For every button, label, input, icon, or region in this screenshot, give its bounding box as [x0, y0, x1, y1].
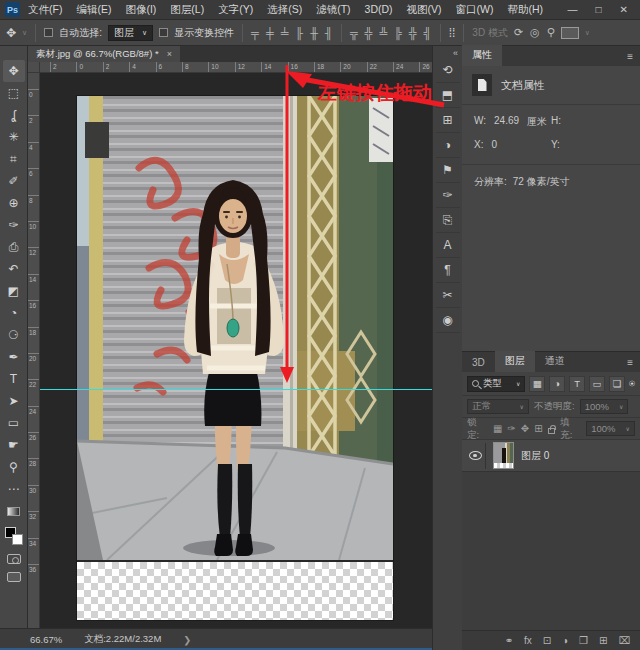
distribute-right-edges-icon[interactable]: ╣ [424, 27, 432, 39]
swatches-icon[interactable]: ⬒ [436, 83, 460, 108]
tab-3d[interactable]: 3D [462, 354, 495, 372]
align-vertical-centers-icon[interactable]: ╪ [266, 27, 274, 39]
menu-item[interactable]: 文件(F) [28, 3, 62, 17]
maximize-button[interactable]: □ [596, 4, 602, 15]
brush-tool[interactable]: ✑ [3, 214, 25, 236]
blend-mode-dropdown[interactable]: 正常 ∨ [467, 399, 529, 414]
orbit-3d-icon[interactable]: ◎ [530, 26, 540, 39]
filter-kind-dropdown[interactable]: 类型 ∨ [467, 376, 525, 392]
hand-tool[interactable]: ☛ [3, 434, 25, 456]
gradient-tool[interactable] [3, 500, 25, 522]
close-button[interactable]: ✕ [620, 4, 628, 15]
auto-select-checkbox[interactable] [44, 28, 53, 37]
filter-shape-layers-icon[interactable]: ▭ [589, 376, 605, 392]
dodge-tool[interactable]: ⚆ [3, 324, 25, 346]
layer-effects-icon[interactable]: fx [524, 635, 532, 646]
history-icon[interactable]: ⟲ [436, 58, 460, 83]
path-selection-tool[interactable]: ➤ [3, 390, 25, 412]
libraries-icon[interactable]: ◉ [436, 308, 460, 333]
filter-pin-icon[interactable]: ⍟ [629, 378, 635, 390]
panel-menu-icon[interactable]: ≡ [620, 51, 640, 66]
shape-tool[interactable]: ▭ [3, 412, 25, 434]
panel-menu-icon[interactable]: ≡ [620, 357, 640, 372]
zoom-tool-icon[interactable]: ⚲ [547, 26, 555, 39]
align-right-edges-icon[interactable]: ╢ [325, 27, 333, 39]
filter-smart-objects-icon[interactable]: ❏ [609, 376, 625, 392]
tab-channels[interactable]: 通道 [535, 351, 575, 372]
healing-brush-tool[interactable]: ⊕ [3, 192, 25, 214]
lock-transparency-icon[interactable]: ▦ [493, 423, 502, 434]
new-group-icon[interactable]: ❐ [579, 635, 588, 646]
move-tool-icon[interactable]: ✥ [6, 27, 16, 39]
rotate-view-icon[interactable]: ⟳ [514, 26, 523, 39]
tool-preset-chevron-icon[interactable]: ∨ [22, 29, 27, 37]
background-color[interactable] [12, 534, 23, 545]
pen-tool[interactable]: ✒ [3, 346, 25, 368]
screen-mode-button[interactable] [7, 572, 21, 582]
filter-pixel-layers-icon[interactable]: ▦ [529, 376, 545, 392]
actions-icon[interactable]: ✂ [436, 283, 460, 308]
menu-item[interactable]: 帮助(H) [508, 3, 544, 17]
layer-thumbnail[interactable] [493, 442, 514, 469]
lock-position-icon[interactable]: ✥ [521, 423, 529, 434]
workspace-layout-icon[interactable] [561, 27, 579, 39]
link-layers-icon[interactable]: ⚭ [505, 635, 513, 646]
clone-source-icon[interactable]: ⎘ [436, 208, 460, 233]
expand-panels-icon[interactable]: « [453, 48, 458, 58]
distribute-bottom-edges-icon[interactable]: ╩ [379, 27, 387, 39]
new-layer-icon[interactable]: ⊞ [599, 635, 607, 646]
character-icon[interactable]: A [436, 233, 460, 258]
lock-artboard-icon[interactable]: ⊞ [534, 423, 542, 434]
chevron-down-icon[interactable]: ∨ [585, 29, 590, 37]
delete-layer-icon[interactable]: ⌧ [618, 635, 630, 646]
document-canvas[interactable] [77, 96, 393, 620]
add-mask-icon[interactable]: ⊡ [543, 635, 551, 646]
blur-tool[interactable]: ◔ [3, 302, 25, 324]
menu-item[interactable]: 编辑(E) [76, 3, 111, 17]
align-left-edges-icon[interactable]: ╟ [295, 27, 303, 39]
document-tab[interactable]: 素材.jpg @ 66.7%(RGB/8#) * × [28, 46, 180, 62]
distribute-top-edges-icon[interactable]: ╦ [350, 27, 358, 39]
filter-adjustment-layers-icon[interactable]: ◑ [549, 376, 565, 392]
new-adjustment-layer-icon[interactable]: ◑ [562, 635, 568, 646]
x-value[interactable]: 0 [491, 139, 497, 150]
tab-layers[interactable]: 图层 [495, 351, 535, 372]
visibility-toggle[interactable] [466, 443, 486, 469]
layer-row[interactable]: 图层 0 [462, 440, 640, 472]
distribute-left-edges-icon[interactable]: ╠ [394, 27, 402, 39]
menu-item[interactable]: 视图(V) [407, 3, 442, 17]
distribute-vertical-centers-icon[interactable]: ╬ [365, 27, 373, 39]
zoom-tool[interactable]: ⚲ [3, 456, 25, 478]
menu-item[interactable]: 3D(D) [365, 3, 393, 17]
brush-settings-icon[interactable]: ✑ [436, 183, 460, 208]
history-brush-tool[interactable]: ↶ [3, 258, 25, 280]
distribute-horizontal-centers-icon[interactable]: ╬ [409, 27, 417, 39]
type-tool[interactable]: T [3, 368, 25, 390]
quick-mask-button[interactable] [7, 554, 21, 564]
edit-toolbar-button[interactable]: ⋯ [3, 478, 25, 500]
info-icon[interactable]: ⊞ [436, 108, 460, 133]
lock-all-icon[interactable] [548, 428, 556, 434]
vertical-ruler[interactable]: 024681012141618202224262830323436 [28, 73, 40, 628]
lasso-tool[interactable]: ʆ [3, 104, 25, 126]
show-transform-checkbox[interactable] [159, 28, 168, 37]
eraser-tool[interactable]: ◩ [3, 280, 25, 302]
align-bottom-edges-icon[interactable]: ╧ [281, 27, 289, 39]
menu-item[interactable]: 图像(I) [125, 3, 156, 17]
close-tab-icon[interactable]: × [167, 49, 172, 59]
filter-type-layers-icon[interactable]: T [569, 376, 585, 392]
menu-item[interactable]: 选择(S) [267, 3, 302, 17]
zoom-level[interactable]: 66.67% [30, 634, 62, 645]
width-value[interactable]: 24.69 [494, 115, 519, 129]
crop-tool[interactable]: ⌗ [3, 148, 25, 170]
clone-stamp-tool[interactable]: ⎙ [3, 236, 25, 258]
opacity-field[interactable]: 100% ∨ [580, 399, 629, 414]
adjustments-icon[interactable]: ◑ [436, 133, 460, 158]
color-swatches[interactable] [4, 526, 24, 546]
quick-selection-tool[interactable]: ✳ [3, 126, 25, 148]
menu-item[interactable]: 文字(Y) [218, 3, 253, 17]
minimize-button[interactable]: — [568, 4, 578, 15]
layer-name[interactable]: 图层 0 [521, 449, 549, 463]
horizontal-ruler[interactable]: 202468101214161820222426 [40, 62, 432, 73]
marquee-tool[interactable]: ⬚ [3, 82, 25, 104]
